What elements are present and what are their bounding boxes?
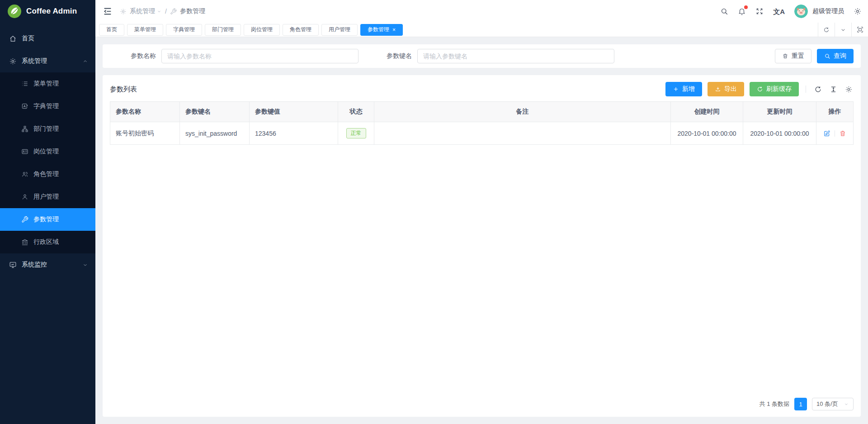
page-size-value: 10 条/页 [816, 400, 838, 408]
wrench-icon [170, 8, 177, 15]
sidebar-item-param-management[interactable]: 参数管理 [0, 208, 95, 231]
plus-icon [673, 86, 679, 92]
column-header-created: 创建时间 [671, 102, 743, 122]
menu-fold-icon[interactable] [103, 6, 113, 16]
sidebar-item-system-monitor[interactable]: 系统监控 [0, 253, 95, 276]
row-density-button[interactable] [828, 84, 838, 94]
sidebar-item-user-management[interactable]: 用户管理 [0, 186, 95, 208]
id-card-icon [21, 148, 28, 155]
list-icon [21, 80, 28, 87]
list-card: 参数列表 新增 导出 刷新缓存 [103, 75, 861, 417]
chevron-up-icon [82, 58, 88, 64]
leaf-logo-icon [7, 4, 22, 19]
refresh-icon [757, 86, 763, 92]
translate-icon[interactable]: 文A [773, 8, 785, 15]
sidebar-item-label: 参数管理 [33, 215, 59, 224]
sidebar-item-dict-management[interactable]: 字典管理 [0, 95, 95, 118]
refresh-table-button[interactable] [813, 84, 823, 94]
refresh-tabs-button[interactable] [818, 23, 835, 37]
tab-dept-management[interactable]: 部门管理 [205, 24, 241, 36]
close-icon[interactable]: × [392, 27, 396, 33]
app-logo[interactable]: Coffee Admin [0, 0, 95, 23]
refresh-icon [814, 86, 822, 93]
cell-param-value: 123456 [250, 122, 338, 145]
sidebar-item-system-management[interactable]: 系统管理 [0, 50, 95, 72]
fullscreen-icon[interactable] [755, 7, 764, 15]
edit-icon[interactable] [823, 130, 830, 137]
org-tree-icon [21, 125, 28, 133]
tab-role-management[interactable]: 角色管理 [283, 24, 319, 36]
cell-created-time: 2020-10-01 00:00:00 [671, 122, 743, 145]
username-label[interactable]: 超级管理员 [812, 7, 844, 15]
sidebar-item-label: 系统管理 [22, 57, 47, 65]
gear-icon [845, 86, 853, 93]
cell-param-name: 账号初始密码 [110, 122, 180, 145]
reset-button[interactable]: 重置 [775, 49, 811, 63]
tab-menu-management[interactable]: 菜单管理 [127, 24, 163, 36]
refresh-cache-button[interactable]: 刷新缓存 [750, 82, 799, 96]
param-key-input[interactable] [417, 49, 614, 63]
sidebar-item-dept-management[interactable]: 部门管理 [0, 118, 95, 140]
sidebar-item-label: 用户管理 [33, 193, 59, 201]
settings-gear-icon[interactable] [854, 7, 862, 15]
column-header-actions: 操作 [816, 102, 854, 122]
export-button[interactable]: 导出 [708, 82, 744, 96]
search-icon [824, 53, 830, 59]
sidebar-item-home[interactable]: 首页 [0, 27, 95, 50]
tab-post-management[interactable]: 岗位管理 [244, 24, 280, 36]
maximize-content-button[interactable] [851, 23, 868, 37]
cell-actions [816, 122, 854, 145]
trash-icon [782, 53, 788, 59]
export-button-label: 导出 [724, 85, 737, 93]
sidebar: Coffee Admin 首页 系统管理 菜单管理 字典管理 [0, 0, 95, 424]
refresh-icon [823, 27, 830, 33]
gear-icon [9, 57, 17, 65]
pagination: 共 1 条数据 1 10 条/页 [110, 392, 854, 410]
column-header-value: 参数键值 [250, 102, 338, 122]
tab-bar: 首页 菜单管理 字典管理 部门管理 岗位管理 角色管理 用户管理 参数管理 × [95, 23, 868, 37]
chevron-down-icon [82, 262, 88, 268]
column-settings-button[interactable] [844, 84, 854, 94]
delete-icon[interactable] [839, 130, 846, 137]
cell-remark [374, 122, 671, 145]
tab-options-button[interactable] [835, 23, 851, 37]
sidebar-item-role-management[interactable]: 角色管理 [0, 163, 95, 186]
sidebar-item-post-management[interactable]: 岗位管理 [0, 140, 95, 163]
maximize-icon [857, 26, 863, 33]
avatar-image [794, 5, 808, 18]
sidebar-item-menu-management[interactable]: 菜单管理 [0, 72, 95, 95]
breadcrumb-item-system[interactable]: 系统管理 [130, 7, 162, 15]
page-title: 参数列表 [110, 85, 137, 94]
tab-home[interactable]: 首页 [99, 24, 124, 36]
notification-dot [744, 5, 748, 9]
list-card-header: 参数列表 新增 导出 刷新缓存 [110, 80, 854, 99]
search-icon[interactable] [720, 7, 728, 15]
avatar[interactable] [794, 5, 808, 18]
gear-icon [120, 8, 127, 15]
tab-user-management[interactable]: 用户管理 [321, 24, 358, 36]
page-size-select[interactable]: 10 条/页 [812, 398, 854, 410]
action-divider [835, 130, 835, 137]
tab-param-management[interactable]: 参数管理 × [360, 24, 403, 36]
sidebar-item-label: 行政区域 [33, 238, 59, 246]
sidebar-item-admin-region[interactable]: 行政区域 [0, 231, 95, 253]
pagination-total: 共 1 条数据 [760, 400, 789, 408]
search-button[interactable]: 查询 [817, 49, 854, 63]
app-title: Coffee Admin [26, 7, 77, 16]
tab-dict-management[interactable]: 字典管理 [166, 24, 202, 36]
sidebar-item-label: 字典管理 [33, 102, 59, 110]
column-header-name: 参数名称 [110, 102, 180, 122]
column-header-updated: 更新时间 [743, 102, 816, 122]
sidebar-item-label: 角色管理 [33, 170, 59, 178]
tab-label: 参数管理 [368, 26, 389, 33]
param-name-input[interactable] [161, 49, 359, 63]
topbar-actions: 文A 超级管理员 [720, 5, 862, 18]
add-button[interactable]: 新增 [665, 82, 702, 96]
sidebar-item-label: 系统监控 [22, 261, 47, 269]
download-icon [715, 86, 721, 92]
status-badge: 正常 [346, 128, 366, 138]
page-1-button[interactable]: 1 [794, 398, 807, 410]
column-header-status: 状态 [338, 102, 374, 122]
notifications-button[interactable] [738, 7, 746, 15]
breadcrumb-label: 系统管理 [130, 7, 155, 15]
